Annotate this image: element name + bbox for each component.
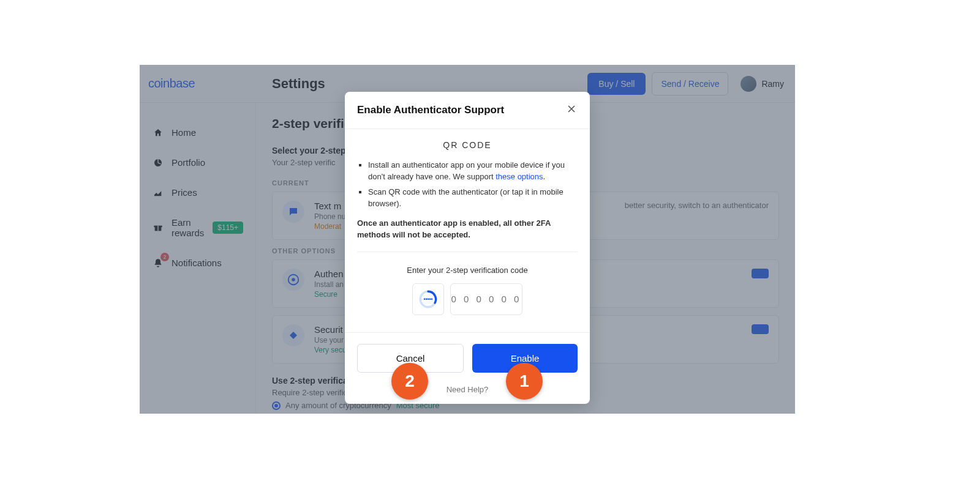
annotation-marker-1: 1 — [506, 363, 543, 400]
enable-authenticator-modal: Enable Authenticator Support QR CODE Ins… — [345, 92, 590, 404]
qr-heading: QR CODE — [357, 140, 578, 150]
instruction-item: Install an authenticator app on your mob… — [368, 160, 578, 183]
modal-title: Enable Authenticator Support — [357, 104, 504, 116]
close-icon[interactable] — [565, 103, 578, 117]
code-label: Enter your 2-step verification code — [357, 266, 578, 275]
svg-text:•••••: ••••• — [424, 296, 433, 302]
annotation-marker-2: 2 — [391, 363, 428, 400]
need-help-link[interactable]: Need Help? — [345, 380, 590, 404]
warning-note: Once an authenticator app is enabled, al… — [357, 218, 578, 240]
verification-code-input[interactable] — [450, 283, 522, 315]
instruction-item: Scan QR code with the authenticator (or … — [368, 187, 578, 210]
authenticator-badge-icon: ••••• — [412, 283, 444, 315]
options-link[interactable]: these options — [496, 172, 543, 181]
instructions-list: Install an authenticator app on your mob… — [357, 160, 578, 209]
app-frame: coinbase Settings Buy / Sell Send / Rece… — [140, 65, 795, 414]
